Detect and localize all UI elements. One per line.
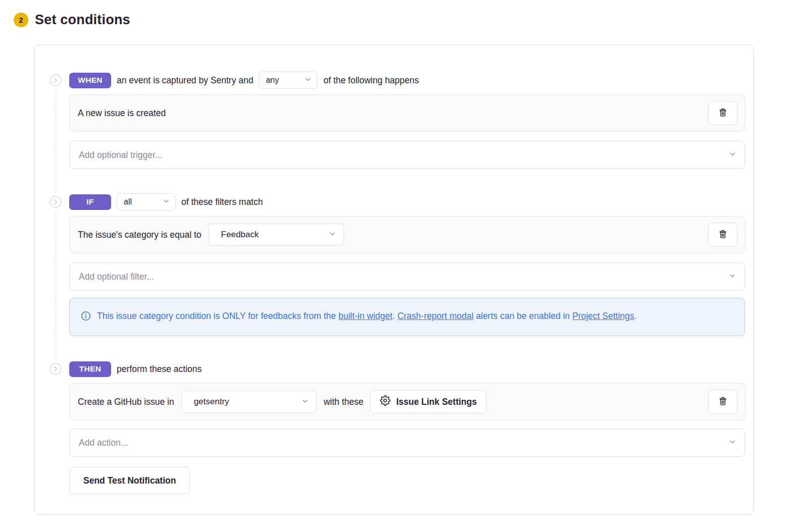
- when-match-select[interactable]: any: [259, 72, 318, 89]
- when-step: WHEN an event is captured by Sentry and …: [69, 72, 745, 169]
- add-trigger-placeholder: Add optional trigger...: [79, 150, 162, 161]
- feedback-info-text: This issue category condition is ONLY fo…: [97, 308, 636, 326]
- issue-link-settings-button[interactable]: Issue Link Settings: [370, 390, 486, 413]
- then-badge: THEN: [69, 361, 111, 377]
- gear-icon: [380, 395, 390, 408]
- chevron-down-icon: [304, 75, 312, 85]
- step-expand-icon: [50, 363, 62, 375]
- if-text-after: of these filters match: [181, 197, 263, 207]
- built-in-widget-link[interactable]: built-in widget: [338, 311, 392, 321]
- trash-icon: [718, 229, 728, 241]
- repo-value: getsentry: [194, 397, 229, 407]
- if-step-header: IF all of these filters match: [69, 193, 745, 210]
- chevron-down-icon: [301, 397, 309, 407]
- chevron-down-icon: [328, 230, 336, 240]
- add-filter-placeholder: Add optional filter...: [79, 272, 154, 282]
- chevron-down-icon: [728, 150, 736, 161]
- chevron-down-icon: [162, 197, 170, 207]
- page-title: Set conditions: [35, 12, 130, 28]
- set-conditions-page: 2 Set conditions WHEN an event is captur…: [0, 0, 788, 515]
- when-badge: WHEN: [69, 73, 111, 88]
- then-text-after: perform these actions: [117, 364, 202, 375]
- trigger-rule-label: A new issue is created: [78, 108, 166, 119]
- add-action-placeholder: Add action...: [79, 438, 128, 448]
- step-expand-icon: [50, 74, 62, 86]
- if-step: IF all of these filters match The issue'…: [69, 193, 745, 336]
- action-rule-label: Create a GitHub issue in: [78, 397, 174, 407]
- when-match-value: any: [266, 76, 279, 85]
- delete-action-button[interactable]: [708, 390, 737, 414]
- feedback-info-alert: This issue category condition is ONLY fo…: [69, 298, 745, 336]
- add-filter-select[interactable]: Add optional filter...: [69, 262, 745, 291]
- if-badge: IF: [69, 194, 111, 210]
- then-step: THEN perform these actions Create a GitH…: [69, 360, 745, 494]
- delete-trigger-button[interactable]: [708, 101, 737, 125]
- trigger-rule-row: A new issue is created: [69, 94, 745, 132]
- step-number-badge: 2: [14, 13, 28, 27]
- when-text-after: of the following happens: [323, 75, 419, 86]
- send-test-notification-label: Send Test Notification: [83, 475, 176, 486]
- filter-value: Feedback: [221, 230, 259, 240]
- chevron-down-icon: [728, 272, 736, 282]
- filter-value-select[interactable]: Feedback: [209, 224, 344, 246]
- add-action-select[interactable]: Add action...: [69, 429, 745, 457]
- trash-icon: [718, 108, 728, 119]
- then-step-header: THEN perform these actions: [69, 360, 745, 378]
- filter-rule-label: The issue's category is equal to: [78, 230, 202, 240]
- if-match-value: all: [124, 197, 132, 206]
- action-rule-row: Create a GitHub issue in getsentry with …: [69, 383, 745, 420]
- conditions-panel: WHEN an event is captured by Sentry and …: [34, 44, 754, 515]
- repo-select[interactable]: getsentry: [181, 391, 317, 413]
- page-header: 2 Set conditions: [14, 12, 788, 28]
- info-icon: [81, 310, 91, 326]
- send-test-notification-button[interactable]: Send Test Notification: [69, 467, 190, 494]
- issue-link-settings-label: Issue Link Settings: [396, 397, 476, 407]
- trash-icon: [718, 396, 728, 408]
- when-step-header: WHEN an event is captured by Sentry and …: [69, 72, 745, 89]
- crash-report-modal-link[interactable]: Crash-report modal: [398, 311, 474, 321]
- delete-filter-button[interactable]: [708, 223, 737, 247]
- if-match-select[interactable]: all: [117, 193, 176, 210]
- action-text-mid: with these: [324, 397, 364, 407]
- when-text-before: an event is captured by Sentry and: [117, 75, 253, 86]
- step-expand-icon: [50, 196, 62, 208]
- chevron-down-icon: [728, 438, 736, 448]
- add-trigger-select[interactable]: Add optional trigger...: [69, 141, 745, 169]
- project-settings-link[interactable]: Project Settings: [572, 311, 634, 321]
- filter-rule-row: The issue's category is equal to Feedbac…: [69, 216, 745, 253]
